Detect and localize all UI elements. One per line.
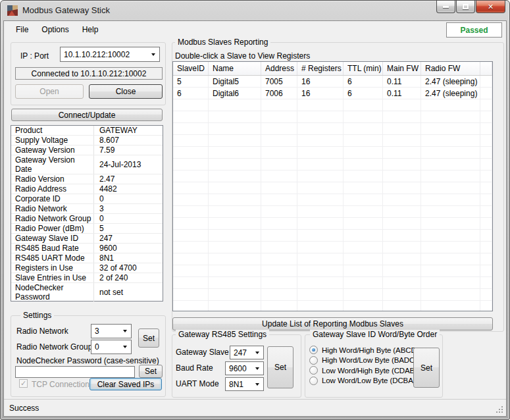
column-header[interactable]: Address	[261, 62, 297, 75]
rs485-set-button[interactable]: Set	[267, 346, 293, 388]
window-title: Modbus Gateway Stick	[22, 5, 110, 15]
column-header[interactable]: # Registers	[297, 62, 344, 75]
byte-order-option[interactable]: High Word/High Byte (ABCD)	[309, 345, 419, 355]
slave-cell	[344, 206, 383, 218]
property-row[interactable]: Radio Version2.47	[11, 174, 163, 184]
slave-cell	[209, 206, 261, 218]
slave-cell: 0.11	[383, 88, 421, 99]
rs485-field-combobox[interactable]: 9600	[225, 361, 264, 375]
property-value: 4482	[94, 184, 117, 194]
slave-row[interactable]: 6Digital670061660.112.47 (sleeping)	[173, 88, 492, 99]
column-header[interactable]: Name	[209, 62, 261, 75]
slave-cell	[421, 111, 480, 123]
ip-port-combobox[interactable]: 10.1.10.212:10002	[60, 47, 160, 62]
slave-row[interactable]: 5Digital570051660.112.47 (sleeping)	[173, 76, 492, 88]
column-header[interactable]: TTL (min)	[344, 62, 383, 75]
network-set-button[interactable]: Set	[138, 328, 159, 348]
byte-order-options: High Word/High Byte (ABCD)High Word/Low …	[309, 345, 419, 386]
property-row[interactable]: Registers in Use32 of 4700	[11, 263, 163, 273]
property-row[interactable]: Radio Address4482	[11, 184, 163, 194]
slave-cell	[173, 182, 209, 194]
chevron-down-icon	[255, 352, 259, 354]
status-text: Success	[9, 404, 39, 413]
menu-options[interactable]: Options	[35, 22, 75, 37]
resize-grip-icon[interactable]	[501, 411, 503, 413]
property-row[interactable]: Corporate ID0	[11, 194, 163, 204]
tcp-connection-checkbox[interactable]: ✓	[19, 379, 28, 388]
slave-cell	[173, 159, 209, 171]
rs485-field-combobox[interactable]: 247	[230, 346, 264, 359]
slave-cell-filler	[480, 159, 492, 171]
property-row[interactable]: Radio Network3	[11, 204, 163, 214]
byte-order-group-title: Gateway Slave ID Word/Byte Order	[310, 330, 440, 339]
slave-cell	[344, 301, 383, 311]
byte-order-option[interactable]: High Word/Low Byte (BADC)	[309, 355, 419, 366]
slave-cell	[209, 230, 261, 242]
slave-cell	[344, 253, 383, 265]
slave-cell: 2.47 (sleeping)	[421, 88, 480, 99]
rs485-field-value: 8N1	[229, 380, 243, 389]
slave-cell	[421, 253, 480, 265]
connect-update-button[interactable]: Connect/Update	[11, 109, 163, 121]
rs485-field-value: 9600	[229, 364, 247, 373]
minimize-button[interactable]	[436, 1, 455, 13]
slave-cell	[209, 218, 261, 230]
column-header[interactable]: SlaveID	[173, 62, 209, 75]
window-controls: ✕	[436, 1, 505, 13]
radio-icon	[309, 356, 318, 365]
radio-network-combobox[interactable]: 3	[91, 324, 132, 338]
slave-cell-filler	[480, 301, 492, 311]
radio-network-group-combobox[interactable]: 0	[91, 340, 132, 354]
menu-help[interactable]: Help	[76, 22, 105, 37]
column-header[interactable]: Main FW	[383, 62, 421, 75]
radio-selected-icon	[309, 346, 318, 354]
property-value: 2 of 240	[94, 273, 128, 282]
property-value: 0	[94, 214, 104, 223]
titlebar[interactable]: Modbus Gateway Stick ✕	[1, 1, 509, 20]
byte-order-option[interactable]: Low Word/Low Byte (DCBA)	[309, 376, 419, 386]
empty-row	[173, 135, 492, 147]
close-button[interactable]: ✕	[476, 1, 505, 13]
property-row[interactable]: RS485 UART Mode8N1	[11, 253, 163, 263]
password-set-button[interactable]: Set	[139, 365, 163, 378]
property-row[interactable]: ProductGATEWAY	[11, 126, 163, 136]
property-value: 247	[94, 234, 113, 243]
menu-file[interactable]: File	[9, 22, 35, 37]
property-name: Supply Voltage	[11, 136, 94, 145]
byte-order-option-label: High Word/High Byte (ABCD)	[322, 346, 419, 354]
clear-saved-ips-button[interactable]: Clear Saved IPs	[89, 378, 162, 390]
property-row[interactable]: Gateway Slave ID247	[11, 234, 163, 244]
slave-cell	[297, 253, 344, 265]
slave-cell-filler	[480, 265, 492, 277]
property-value: 2.47	[94, 174, 115, 184]
slave-cell	[383, 171, 421, 182]
slave-cell: 16	[297, 88, 344, 99]
nodechecker-password-input[interactable]	[15, 366, 135, 378]
byte-order-set-button[interactable]: Set	[413, 348, 440, 388]
slave-cell	[209, 301, 261, 311]
maximize-button[interactable]	[456, 1, 475, 13]
byte-order-option[interactable]: Low Word/High Byte (CDAB)	[309, 365, 419, 376]
slave-cell	[297, 123, 344, 135]
property-row[interactable]: Radio Network Group0	[11, 214, 163, 224]
slave-cell	[421, 265, 480, 277]
property-row[interactable]: Gateway Version7.59	[11, 145, 163, 155]
property-row[interactable]: Supply Voltage8.607	[11, 136, 163, 145]
slaves-hint-label: Double-click a Slave to View Registers	[175, 51, 310, 61]
slave-cell	[209, 159, 261, 171]
property-row[interactable]: RS485 Baud Rate9600	[11, 244, 163, 253]
close-port-button[interactable]: Close	[89, 84, 163, 99]
open-button[interactable]: Open	[15, 84, 84, 99]
property-row[interactable]: Radio Power (dBm)5	[11, 224, 163, 234]
property-name: Gateway Version	[11, 145, 94, 155]
property-value: 7.59	[94, 145, 115, 155]
property-row[interactable]: Slave Entries in Use2 of 240	[11, 273, 163, 283]
update-slaves-button[interactable]: Update List of Reporting Modbus Slaves	[172, 317, 493, 330]
rs485-field-combobox[interactable]: 8N1	[225, 377, 264, 391]
column-header[interactable]: Radio FW	[421, 62, 480, 75]
slave-cell	[261, 206, 297, 218]
app-icon	[7, 5, 18, 16]
property-row[interactable]: NodeChecker Passwordnot set	[11, 283, 163, 302]
slave-cell	[297, 194, 344, 206]
property-row[interactable]: Gateway Version Date24-Jul-2013	[11, 155, 163, 174]
